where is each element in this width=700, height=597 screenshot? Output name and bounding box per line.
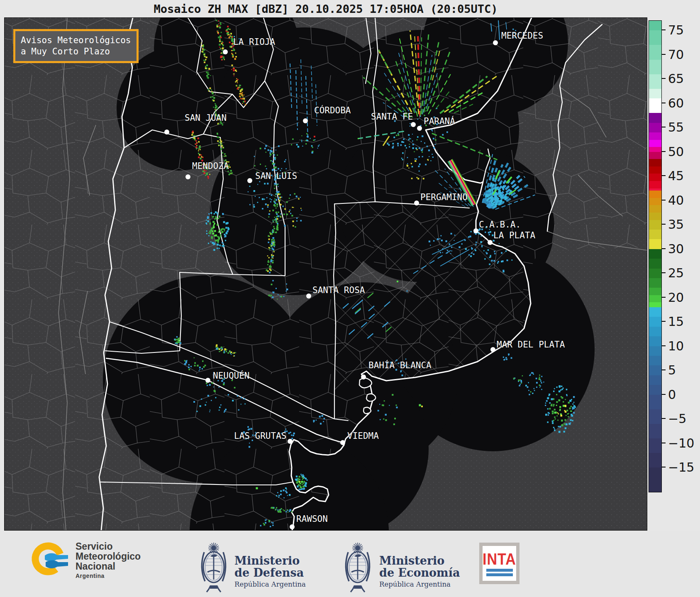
coat-of-arms-icon [342,542,373,593]
colorbar-segment [649,336,661,346]
colorbar-segment [649,346,661,356]
colorbar-segment [649,302,661,307]
inta-logo: INTA [479,543,520,584]
colorbar-segment [649,438,661,453]
colorbar-tick-70: 70 [668,47,684,61]
colorbar-tick-mark [661,467,666,467]
city-label-las-grutas: LAS GRUTAS [234,431,286,441]
city-dot-san-luis [247,178,252,183]
colorbar-segment [649,327,661,336]
colorbar-tick-mark [661,103,666,103]
colorbar-tick-20: 20 [668,290,684,304]
colorbar-segment [649,249,661,259]
economia-line2: de Economía [379,567,460,579]
colorbar-tick-mark [661,345,666,346]
colorbar-segment [649,385,661,394]
colorbar-tick-mark [661,443,666,443]
colorbar-segment [649,239,661,249]
colorbar-segment [649,288,661,295]
smn-line3: Nacional [76,561,141,571]
smn-line4: Argentina [76,573,141,579]
colorbar-segment [649,365,661,375]
city-dot-mercedes [493,40,498,45]
economia-coat [342,542,373,595]
colorbar-segment [649,174,661,181]
city-dot-san-juan [164,130,169,135]
colorbar-tick-mark [661,369,666,370]
colorbar-tick-50: 50 [668,144,684,159]
colorbar-tick-mark [661,127,666,127]
defensa-line2: de Defensa [234,567,306,579]
colorbar-segment [649,159,661,166]
city-dot-viedma [340,440,345,445]
colorbar-tick-mark [661,272,666,273]
city-label-neuquen: NEUQUÉN [213,370,250,381]
colorbar-tick-mark [661,54,666,55]
inta-bar-2 [486,573,513,576]
colorbar-segment [649,60,661,74]
city-dot-mar-del-plata [490,347,495,352]
colorbar-segment [649,453,661,467]
city-label-mendoza: MENDOZA [192,161,229,171]
city-label-bahia-blanca: BAHÍA BLANCA [368,360,432,370]
city-dot-cordoba [303,118,308,123]
defensa-logo: Ministerio de Defensa República Argentin… [234,555,306,588]
colorbar-segment [649,375,661,385]
colorbar-segment [649,89,661,98]
city-dot-santa-fe [411,122,416,127]
city-label-caba: C.A.B.A. [479,220,521,230]
city-label-san-luis: SAN LUIS [255,171,297,181]
city-label-viedma: VIEDMA [347,431,379,441]
colorbar-segment [649,181,661,188]
colorbar-segment [649,21,661,30]
colorbar-segment [649,191,661,198]
smn-line2: Meteorológico [76,551,141,561]
colorbar-segment [649,356,661,365]
radar-map-canvas: MERCEDESLA RIOJASAN JUANCÓRDOBASANTA FEP… [5,18,647,530]
city-dot-santa-rosa [306,294,311,298]
city-dot-mendoza [185,174,190,179]
colorbar-tick-55: 55 [668,120,684,135]
city-label-rawson: RAWSON [296,514,328,524]
city-label-mar-del-plata: MAR DEL PLATA [497,340,565,350]
city-label-parana: PARANÁ [424,116,455,126]
colorbar-segment [649,278,661,288]
defensa-line1: Ministerio [234,555,306,567]
colorbar-tick-mark [661,418,666,419]
colorbar-tick-mark [661,78,666,79]
economia-line3: República Argentina [379,580,460,588]
footer: Servicio Meteorológico Nacional Argentin… [0,531,700,597]
colorbar-tick--15: −15 [668,460,694,475]
colorbar-segment [649,198,661,206]
colorbar-tick-75: 75 [668,23,684,37]
colorbar-tick-0: 0 [668,387,676,401]
colorbar-segment [649,409,661,424]
inta-wordmark: INTA [483,550,516,568]
smn-text: Servicio Meteorológico Nacional Argentin… [76,541,141,579]
city-dot-caba [473,228,478,233]
colorbar-tick-5: 5 [668,363,676,377]
city-dot-las-grutas [288,439,293,444]
colorbar-tick-mark [661,321,666,322]
alert-box-line2: a Muy Corto Plazo [21,46,131,57]
colorbar-tick-mark [661,200,666,201]
economia-logo: Ministerio de Economía República Argenti… [379,555,460,588]
smn-icon [29,538,71,581]
defensa-line3: República Argentina [234,580,306,588]
alert-box-line1: Avisos Meteorológicos [21,35,131,46]
city-label-mercedes: MERCEDES [501,31,543,41]
smn-logo [29,538,71,583]
colorbar-segment [649,98,661,113]
radar-map: MERCEDESLA RIOJASAN JUANCÓRDOBASANTA FEP… [4,17,647,531]
city-label-cordoba: CÓRDOBA [314,105,351,115]
colorbar-segment [649,317,661,326]
colorbar-segment [649,395,661,409]
colorbar-tick--5: −5 [668,411,686,426]
city-label-santa-rosa: SANTA ROSA [312,285,365,295]
city-dot-rawson [290,524,295,529]
colorbar-tick-mark [661,224,666,225]
city-label-santa-fe: SANTA FE [371,112,413,122]
coat-of-arms-icon [198,542,229,593]
defensa-coat [198,542,229,595]
colorbar-tick-45: 45 [668,169,684,183]
